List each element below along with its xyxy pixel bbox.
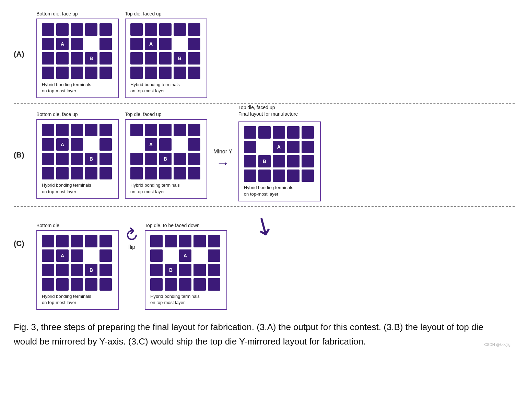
sq-empty [130, 138, 143, 151]
sq-A: A [145, 138, 157, 151]
sq [99, 124, 112, 136]
B-bottom-wrapper: Bottom die, face up A [36, 119, 119, 199]
A-bottom-die: A B [36, 19, 119, 98]
sq [273, 126, 285, 139]
A-bottom-top-label: Bottom die, face up [36, 11, 78, 16]
B-final-top-label: Top die, faced upFinal layout for manufa… [238, 104, 298, 117]
C-bottom-caption: Hybrid bonding terminalson top-most laye… [42, 293, 113, 306]
A-top-top-label: Top die, faced up [125, 11, 162, 16]
sq [193, 264, 206, 276]
sq [145, 167, 157, 179]
minor-y-label: Minor Y [213, 149, 232, 155]
A-top-die: A B Hybrid [125, 19, 207, 98]
C-top-die: A B Hybrid bonding termi [145, 230, 227, 310]
sq [188, 38, 200, 50]
sq [71, 278, 83, 291]
section-A-label: (A) [14, 50, 30, 59]
sq [56, 278, 69, 291]
sq [56, 235, 69, 247]
sq [287, 155, 300, 167]
sq-A: A [273, 141, 285, 153]
sq [174, 67, 186, 79]
B-top-grid: A B [130, 124, 202, 179]
sq [258, 126, 271, 139]
sq [208, 264, 220, 276]
sq-B: B [258, 155, 271, 167]
sq [145, 52, 157, 65]
flip-arrow-icon: ↺ [120, 223, 143, 247]
sq [85, 167, 97, 179]
B-top-caption: Hybrid bonding terminalson top-most laye… [130, 182, 202, 195]
sq [287, 170, 300, 182]
sq-A: A [56, 138, 69, 151]
sq-A: A [179, 249, 191, 262]
sq [42, 138, 54, 151]
sq [258, 170, 271, 182]
sq-empty [193, 249, 206, 262]
B-final-wrapper: Top die, faced upFinal layout for manufa… [238, 117, 321, 201]
sq [145, 153, 157, 165]
sq [71, 67, 83, 79]
minor-y-arrow: Minor Y → [213, 149, 232, 170]
sq [56, 264, 69, 276]
sq [130, 67, 143, 79]
B-top-die: A B Hybrid [125, 119, 207, 199]
sq [188, 67, 200, 79]
B-final-die: A B Hybrid bonding termi [238, 121, 321, 201]
sq [85, 278, 97, 291]
sq [244, 155, 256, 167]
sq [159, 38, 172, 50]
B-top-top-label: Top die, faced up [125, 112, 162, 117]
sq [99, 167, 112, 179]
sq [42, 167, 54, 179]
C-top-top-label: Top die, to be faced down [145, 223, 200, 228]
sq [302, 155, 314, 167]
section-C-label: (C) [14, 239, 30, 248]
sq-empty [174, 138, 186, 151]
C-top-wrapper: Top die, to be faced down A [145, 230, 227, 310]
section-A: (A) Bottom die, face up A [14, 10, 515, 98]
sq [150, 249, 163, 262]
C-top-grid: A B [150, 235, 222, 291]
sq [179, 278, 191, 291]
sq-empty [174, 38, 186, 50]
section-B-label: (B) [14, 151, 30, 160]
sq [99, 67, 112, 79]
sq [150, 235, 163, 247]
sq [159, 67, 172, 79]
sq [85, 124, 97, 136]
sq [244, 126, 256, 139]
sq [174, 23, 186, 36]
C-bottom-die: A B Hybrid [36, 230, 119, 310]
B-bottom-caption: Hybrid bonding terminalson top-most laye… [42, 182, 113, 195]
sq [71, 23, 83, 36]
A-top-wrapper: Top die, faced up A [125, 19, 207, 98]
sq [56, 124, 69, 136]
sq [85, 23, 97, 36]
sq-B: B [159, 153, 172, 165]
sq [188, 153, 200, 165]
fig-caption: Fig. 3, three steps of preparing the fin… [14, 320, 494, 349]
big-arrow-icon: ↘ [248, 208, 280, 243]
sq [273, 170, 285, 182]
divider-BC [14, 206, 515, 207]
sq [71, 138, 83, 151]
sq [145, 67, 157, 79]
sq [174, 153, 186, 165]
sq [150, 278, 163, 291]
sq [42, 264, 54, 276]
sq [71, 38, 83, 50]
sq-B: B [174, 52, 186, 65]
sq [150, 264, 163, 276]
main-container: (A) Bottom die, face up A [14, 10, 515, 349]
sq [208, 235, 220, 247]
B-bottom-die: A B Hybrid [36, 119, 119, 199]
sq [56, 167, 69, 179]
divider-AB [14, 103, 515, 104]
sq [302, 141, 314, 153]
sq [85, 67, 97, 79]
sq [42, 124, 54, 136]
sq [85, 235, 97, 247]
sq [159, 124, 172, 136]
sq [244, 141, 256, 153]
